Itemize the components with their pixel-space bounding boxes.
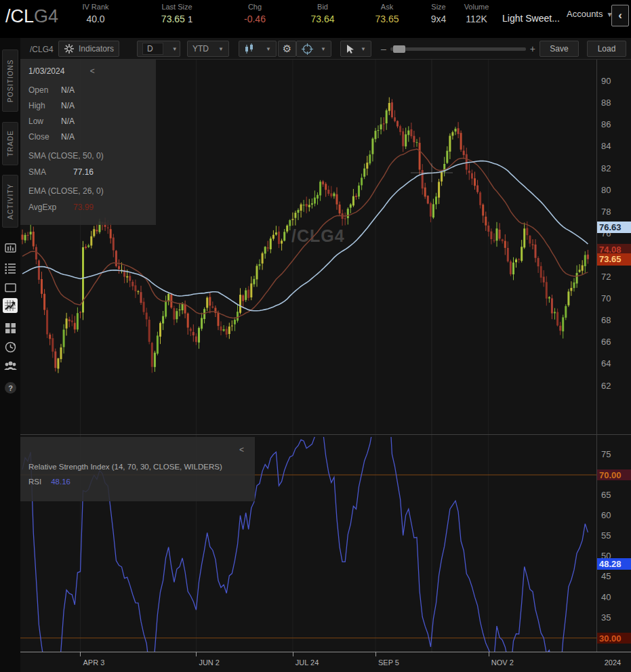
- save-button[interactable]: Save: [540, 41, 579, 57]
- dashboard-grid-icon[interactable]: [3, 320, 18, 335]
- watchlist-icon[interactable]: [3, 260, 18, 275]
- price-axis-label: 72: [601, 272, 628, 282]
- field-label: Bid: [295, 3, 350, 11]
- accounts-dropdown[interactable]: Accounts▼: [567, 9, 613, 19]
- quote-header: /CLG4 IV Rank40.0Last Size73.651Chg-0.46…: [0, 0, 631, 38]
- window-icon[interactable]: [3, 280, 18, 295]
- rsi-label: RSI: [28, 478, 41, 486]
- svg-text:?: ?: [8, 383, 13, 392]
- last-price-badge: 73.65: [597, 253, 631, 266]
- zoom-in-icon[interactable]: +: [526, 43, 540, 54]
- collapse-rsi-overlay-icon[interactable]: <: [239, 445, 244, 455]
- caret-down-icon: ▼: [361, 46, 366, 52]
- price-axis-label: 68: [601, 315, 628, 325]
- rsi-info-overlay: < Relative Strength Index (14, 70, 30, C…: [20, 437, 255, 501]
- rsi-axis-label: 65: [601, 490, 628, 500]
- high-label: High: [28, 101, 61, 110]
- field-value: -0.46: [224, 14, 286, 24]
- field-label: Chg: [224, 3, 286, 11]
- price-axis-label: 62: [601, 381, 628, 391]
- quote-field-last-size: Last Size73.651: [139, 3, 215, 24]
- charts-icon[interactable]: [3, 298, 18, 313]
- field-value: 40.0: [64, 14, 127, 24]
- indicators-label: Indicators: [79, 44, 114, 54]
- help-icon[interactable]: ?: [3, 380, 18, 395]
- sidebar-tab-positions[interactable]: POSITIONS: [2, 49, 18, 112]
- sidebar-tab-trade[interactable]: TRADE: [2, 122, 18, 165]
- cursor-arrow-icon: [346, 44, 354, 54]
- time-axis-tick: [80, 652, 81, 656]
- rsi-overbought-badge: 70.00: [597, 469, 631, 480]
- low-label: Low: [28, 117, 61, 126]
- price-axis-label: 88: [601, 98, 628, 108]
- field-value: 73.64: [295, 14, 350, 24]
- rsi-axis-label: 75: [601, 449, 628, 459]
- zoom-out-icon[interactable]: –: [377, 43, 390, 54]
- range-dropdown[interactable]: YTD ▼: [187, 41, 229, 57]
- symbol-root: /CL: [5, 6, 34, 26]
- open-value: N/A: [61, 85, 75, 95]
- field-value: 9x4: [422, 14, 455, 24]
- ohlc-row: OpenN/A: [28, 85, 148, 95]
- time-axis-label: JUN 2: [199, 658, 220, 667]
- zoom-slider-handle[interactable]: [393, 45, 405, 53]
- zoom-slider[interactable]: – +: [377, 41, 540, 57]
- price-axis-label: 64: [601, 358, 628, 369]
- sidebar-tab-activity[interactable]: ACTIVITY: [2, 175, 18, 228]
- field-label: Volume: [455, 3, 497, 11]
- price-axis-label: 80: [601, 185, 628, 195]
- field-label: IV Rank: [64, 3, 127, 11]
- time-axis-label: SEP 5: [378, 658, 399, 667]
- symbol-title: /CLG4: [5, 6, 58, 27]
- trading-platform-window: /CLG4 IV Rank40.0Last Size73.651Chg-0.46…: [0, 0, 631, 672]
- sma-value-row: SMA77.16: [28, 167, 148, 177]
- quote-field-ask: Ask73.65: [359, 3, 415, 24]
- time-axis-label: NOV 2: [491, 658, 514, 667]
- timeframe-dropdown[interactable]: D ▼: [137, 41, 180, 57]
- crosshair-date: 1/03/2024: [28, 66, 64, 76]
- price-axis-label: 90: [601, 76, 628, 86]
- crosshair-date-row: 1/03/2024 <: [28, 66, 148, 76]
- product-name: Light Sweet...: [502, 13, 560, 24]
- rsi-current-badge: 48.28: [597, 558, 631, 570]
- chart-toolbar: /CLG4 Indicators D ▼ YTD ▼ ▼: [20, 38, 631, 60]
- chart-settings-button[interactable]: ⚙: [278, 41, 296, 57]
- field-label: Size: [422, 3, 455, 11]
- candlestick-chart-icon: [244, 43, 254, 54]
- time-axis-label: 2024: [605, 658, 621, 667]
- rsi-axis-label: 60: [601, 510, 628, 520]
- collapse-panel-button[interactable]: ‹: [611, 5, 629, 26]
- chart-region: /CLG4 9088868482807876747270686664627570…: [20, 60, 631, 672]
- price-axis-label: 82: [601, 163, 628, 173]
- collapse-overlay-icon[interactable]: <: [90, 66, 95, 76]
- indicators-button[interactable]: Indicators: [58, 41, 119, 57]
- load-button[interactable]: Load: [587, 41, 626, 57]
- field-value: 112K: [455, 14, 497, 24]
- cursor-tool-dropdown[interactable]: ▼: [340, 41, 371, 57]
- zoom-slider-track[interactable]: [390, 47, 526, 51]
- field-label: Last Size: [139, 3, 215, 11]
- history-clock-icon[interactable]: [3, 339, 18, 354]
- panel-splitter[interactable]: [20, 434, 631, 435]
- crosshair-style-dropdown[interactable]: ▼: [296, 41, 331, 57]
- quote-field-chg: Chg-0.46: [224, 3, 286, 24]
- chart-style-dropdown[interactable]: ▼: [239, 41, 277, 57]
- field-value: 73.65: [359, 14, 415, 24]
- ohlc-row: LowN/A: [28, 117, 148, 126]
- chart-info-overlay: 1/03/2024 < OpenN/A HighN/A LowN/A Close…: [20, 60, 156, 225]
- ema-label: AvgExp: [28, 203, 73, 212]
- time-axis-tick: [196, 652, 197, 656]
- field-extra: 1: [188, 14, 192, 24]
- high-value: N/A: [61, 101, 75, 110]
- time-axis-line: [20, 652, 631, 652]
- ohlc-row: CloseN/A: [28, 132, 148, 142]
- price-axis-label: 70: [601, 293, 628, 303]
- community-icon[interactable]: [3, 358, 18, 373]
- ohlc-row: HighN/A: [28, 101, 148, 110]
- quote-field-iv-rank: IV Rank40.0: [64, 3, 127, 24]
- ema-value: 73.99: [73, 203, 94, 212]
- ema-value-row: AvgExp73.99: [28, 203, 148, 212]
- caret-down-icon: ▼: [172, 46, 178, 52]
- chart-monitor-icon[interactable]: [3, 240, 18, 255]
- price-axis-label: 78: [601, 207, 628, 217]
